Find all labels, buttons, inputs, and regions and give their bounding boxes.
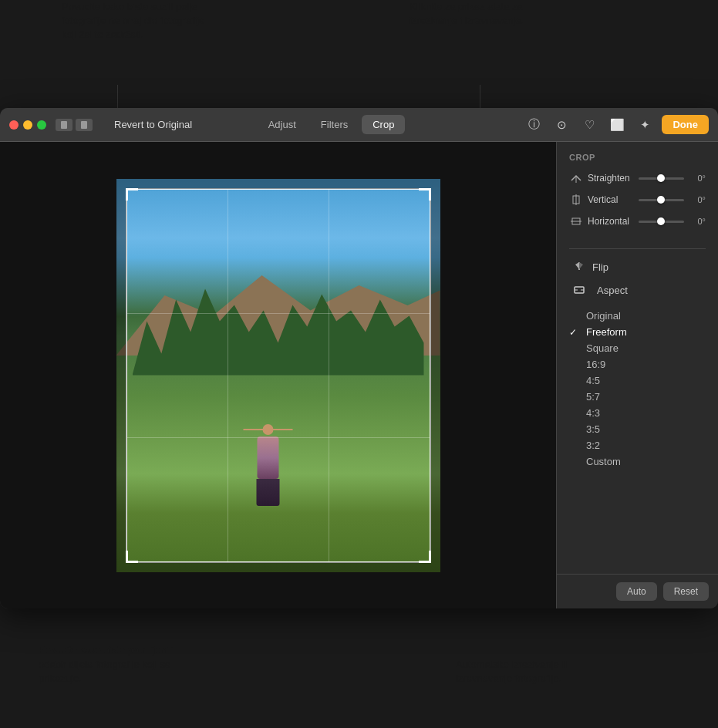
fullscreen-button[interactable] (37, 120, 46, 130)
aspect-item-custom[interactable]: Custom (561, 453, 718, 470)
tab-crop[interactable]: Crop (362, 115, 405, 134)
person-figure (255, 424, 281, 501)
horizontal-track[interactable] (639, 221, 685, 223)
aspect-item-3-5[interactable]: 3:5 (561, 421, 718, 437)
horizontal-value: 0° (689, 217, 706, 226)
person-arms (244, 429, 293, 430)
straighten-slider-row: Straighten 0° (569, 171, 706, 185)
person-legs (257, 479, 280, 506)
straighten-icon (569, 171, 583, 185)
close-button[interactable] (9, 120, 19, 130)
aspect-item-original[interactable]: Original (561, 308, 718, 324)
crop-section: CROP Straighten 0° (557, 142, 718, 242)
horizontal-label: Horizontal (588, 216, 634, 227)
callout-top-left: Povucite kako biste suzili polje fotogra… (62, 0, 216, 42)
more-button[interactable]: ⊙ (551, 114, 572, 136)
horizontal-thumb[interactable] (657, 217, 665, 225)
vertical-thumb[interactable] (657, 196, 665, 204)
aspect-item-label: 3:2 (586, 440, 600, 451)
main-content: CROP Straighten 0° (0, 142, 718, 608)
traffic-lights (9, 120, 46, 130)
aspect-item-square[interactable]: Square (561, 340, 718, 356)
aspect-item-4-5[interactable]: 4:5 (561, 372, 718, 389)
photo-background (116, 179, 440, 572)
aspect-item-label: 4:5 (586, 375, 600, 386)
app-window: Revert to Original Adjust Filters Crop ⓘ… (0, 108, 718, 608)
flip-row[interactable]: Flip (560, 255, 715, 278)
aspect-item-label: 4:3 (586, 407, 600, 419)
aspect-row[interactable]: Aspect (560, 278, 715, 302)
share-button[interactable]: ⬜ (606, 114, 628, 136)
aspect-item-label: Freeform (586, 326, 627, 338)
callout-bottom-left: Povucite kako biste promijenili odabir d… (39, 643, 193, 686)
checkmark-icon: ✓ (569, 327, 580, 338)
flip-label: Flip (592, 261, 608, 273)
aspect-item-label: Square (586, 342, 619, 354)
aspect-item-label: 16:9 (586, 359, 605, 370)
right-panel: CROP Straighten 0° (556, 142, 718, 608)
aspect-item-freeform[interactable]: ✓ Freeform (561, 324, 718, 340)
title-bar: Revert to Original Adjust Filters Crop ⓘ… (0, 108, 718, 142)
straighten-track[interactable] (639, 177, 685, 180)
aspect-item-3-2[interactable]: 3:2 (561, 437, 718, 453)
tab-adjust[interactable]: Adjust (258, 115, 307, 134)
aspect-item-16-9[interactable]: 16:9 (561, 356, 718, 372)
straighten-thumb[interactable] (657, 174, 665, 182)
flip-icon (572, 260, 586, 274)
single-view-btn[interactable] (56, 119, 72, 131)
vertical-track[interactable] (639, 199, 685, 201)
vertical-icon (569, 193, 583, 207)
done-button[interactable]: Done (662, 115, 709, 134)
aspect-item-label: 5:7 (586, 391, 600, 403)
split-view-btn[interactable] (76, 119, 93, 131)
toolbar-right: ⓘ ⊙ ♡ ⬜ ✦ Done (523, 114, 709, 136)
callout-top-right: Kliknite za prikaz alata za izrezivanje … (410, 0, 548, 28)
bottom-bar: Auto Reset (557, 574, 718, 608)
photo-container (116, 179, 440, 572)
crop-section-header: CROP (569, 153, 706, 162)
aspect-item-label: 3:5 (586, 423, 600, 435)
auto-button[interactable]: Auto (616, 582, 657, 601)
aspect-item-5-7[interactable]: 5:7 (561, 389, 718, 405)
tab-filters[interactable]: Filters (310, 115, 359, 134)
vertical-value: 0° (689, 195, 706, 204)
aspect-icon (572, 283, 586, 297)
magic-wand-button[interactable]: ✦ (634, 114, 656, 136)
favorite-button[interactable]: ♡ (578, 114, 600, 136)
person-body (258, 436, 279, 479)
vertical-label: Vertical (588, 194, 634, 205)
straighten-label: Straighten (588, 173, 634, 184)
nav-tabs: Adjust Filters Crop (258, 115, 406, 134)
divider-1 (569, 248, 706, 249)
view-toggle (56, 119, 93, 131)
callout-bottom-right: Automatsko izrezivanje ili izravnavanje … (456, 658, 595, 686)
aspect-item-label: Original (586, 310, 621, 322)
aspect-item-4-3[interactable]: 4:3 (561, 405, 718, 421)
horizontal-icon (569, 214, 583, 228)
aspect-item-label: Custom (586, 456, 621, 467)
straighten-value: 0° (689, 174, 706, 183)
vertical-slider-row: Vertical 0° (569, 193, 706, 207)
minimize-button[interactable] (23, 120, 32, 130)
aspect-label: Aspect (597, 285, 628, 296)
horizontal-slider-row: Horizontal 0° (569, 214, 706, 228)
aspect-list: Original ✓ Freeform Square 16:9 4:5 (557, 308, 718, 470)
reset-button[interactable]: Reset (663, 582, 709, 601)
photo-area[interactable] (0, 142, 556, 608)
revert-to-original-button[interactable]: Revert to Original (108, 116, 198, 133)
info-button[interactable]: ⓘ (523, 114, 544, 136)
